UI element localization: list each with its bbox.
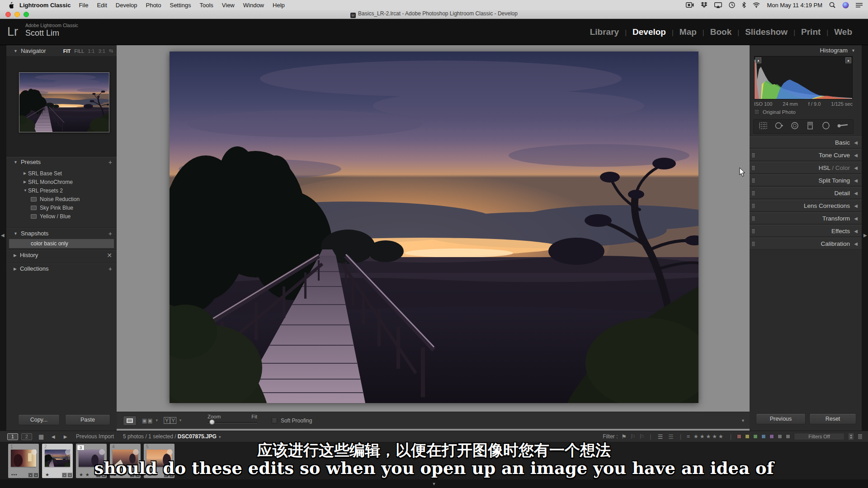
navigator-fit-button[interactable]: FIT [63, 48, 71, 54]
module-book[interactable]: Book [704, 27, 738, 37]
panel-split-toning[interactable]: Split Toning ◀ [750, 174, 862, 186]
edited-filter-icon[interactable]: ☰ [658, 433, 663, 440]
red-eye-tool[interactable] [790, 121, 800, 132]
module-develop[interactable]: Develop [627, 27, 672, 37]
panel-lens-corrections[interactable]: Lens Corrections ◀ [750, 200, 862, 211]
panel-enable-toggle[interactable] [751, 178, 755, 183]
color-label-blue[interactable] [761, 434, 766, 439]
dropbox-icon[interactable] [701, 2, 708, 8]
panel-hsl-color[interactable]: HSL / Color ◀ [750, 162, 862, 174]
crop-badge[interactable]: ▪ [67, 473, 72, 478]
bottom-panel-reveal-strip[interactable]: ▼ [0, 479, 868, 488]
preset-sky-pink-blue[interactable]: Sky Pink Blue [6, 203, 117, 212]
thumbnail-rotate-badge[interactable] [31, 449, 37, 455]
develop-settings-badge[interactable]: ▪ [96, 473, 101, 478]
panel-enable-toggle[interactable] [751, 229, 755, 234]
before-after-view-button[interactable]: 🅈🅈 [164, 418, 177, 424]
crop-badge[interactable]: ▪ [101, 473, 106, 478]
histogram-graph[interactable]: ▲ ▲ [754, 56, 853, 99]
crop-overlay-tool[interactable] [758, 121, 768, 132]
module-print[interactable]: Print [795, 27, 826, 37]
crop-badge[interactable]: ▪ [169, 473, 174, 478]
siri-icon[interactable] [842, 2, 849, 9]
selection-status[interactable]: 5 photos / 1 selected / DSC07875.JPG ▼ [123, 433, 222, 440]
history-header[interactable]: ▶ History ✕ [6, 249, 117, 260]
disclosure-triangle-icon[interactable]: ▼ [14, 231, 18, 236]
notification-center-icon[interactable] [856, 3, 863, 8]
snapshots-header[interactable]: ▼ Snapshots + [6, 228, 117, 239]
filters-enable-toggle[interactable] [858, 434, 863, 440]
bluetooth-icon[interactable] [742, 2, 746, 8]
filmstrip-cell-4[interactable]: 4 ▪▪ ★ ★ [110, 444, 141, 478]
collections-header[interactable]: ▶ Collections + [6, 263, 117, 274]
screen-record-icon[interactable] [686, 2, 694, 8]
panel-calibration[interactable]: Calibration ◀ [750, 238, 862, 249]
panel-expand-chevron-icon[interactable]: ◀ [850, 165, 862, 170]
panel-enable-toggle[interactable] [751, 153, 755, 158]
highlight-clipping-indicator[interactable]: ▲ [845, 57, 851, 63]
preset-group-srl-base-set[interactable]: SRL Base Set [6, 169, 117, 178]
spot-removal-tool[interactable] [774, 121, 784, 132]
panel-tone-curve[interactable]: Tone Curve ◀ [750, 149, 862, 161]
add-collection-button[interactable]: + [108, 265, 112, 272]
panel-enable-toggle[interactable] [751, 241, 755, 247]
preset-noise-reduction[interactable]: Noise Reduction [6, 195, 117, 203]
dropdown-stepper-icon[interactable]: ▲▼ [848, 433, 854, 440]
thumbnail-rotate-badge[interactable] [99, 449, 105, 455]
soft-proofing-checkbox[interactable] [272, 418, 277, 423]
menubar-clock[interactable]: Mon May 11 4:19 PM [767, 2, 822, 9]
module-library[interactable]: Library [584, 27, 625, 37]
navigator-fill-button[interactable]: FILL [74, 48, 84, 54]
stack-count-badge[interactable]: 3 [77, 445, 85, 450]
original-photo-checkbox[interactable] [754, 109, 760, 115]
panel-enable-toggle[interactable] [751, 191, 755, 196]
thumbnail-rotate-badge[interactable] [167, 449, 173, 455]
panel-expand-chevron-icon[interactable]: ◀ [850, 140, 862, 145]
filmstrip-cell-1[interactable]: 1 ▪▪ ••• [8, 444, 39, 478]
panel-enable-toggle[interactable] [751, 165, 755, 171]
menu-develop[interactable]: Develop [116, 2, 137, 9]
panel-expand-chevron-icon[interactable]: ◀ [850, 203, 862, 208]
module-map[interactable]: Map [674, 27, 703, 37]
module-slideshow[interactable]: Slideshow [739, 27, 793, 37]
flag-pick-icon[interactable]: ⚑ [622, 433, 627, 440]
time-machine-icon[interactable] [729, 2, 735, 8]
identity-plate[interactable]: Lr Adobe Lightroom Classic Scott Lim [7, 23, 78, 38]
reset-button[interactable]: Reset [809, 413, 856, 424]
panel-expand-chevron-icon[interactable]: ◀ [850, 191, 862, 196]
filmstrip-cell-5[interactable]: 5 ▪▪ [144, 444, 175, 478]
copy-button[interactable]: Copy... [18, 414, 60, 425]
panel-enable-toggle[interactable] [751, 216, 755, 221]
color-label-custom-2[interactable] [786, 434, 790, 439]
presets-header[interactable]: ▼ Presets + [6, 156, 117, 167]
crop-badge[interactable]: ▪ [135, 473, 140, 478]
left-panel-collapse-arrow[interactable]: ◀ [1, 233, 5, 238]
color-label-red[interactable] [737, 434, 741, 439]
panel-effects[interactable]: Effects ◀ [750, 225, 862, 237]
panel-expand-chevron-icon[interactable]: ◀ [850, 153, 862, 158]
preset-group-srl-monochrome[interactable]: SRL MonoChrome [6, 178, 117, 186]
shadow-clipping-indicator[interactable]: ▲ [755, 57, 761, 63]
develop-settings-badge[interactable]: ▪ [28, 473, 33, 478]
apple-menu-icon[interactable] [8, 2, 14, 9]
grid-view-icon[interactable]: ▦ [38, 433, 44, 440]
clear-history-button[interactable]: ✕ [107, 252, 112, 259]
add-snapshot-button[interactable]: + [108, 230, 112, 237]
unedited-filter-icon[interactable]: ☰ [668, 433, 674, 440]
module-web[interactable]: Web [828, 27, 858, 37]
spotlight-search-icon[interactable] [829, 2, 835, 8]
develop-settings-badge[interactable]: ▪ [164, 473, 169, 478]
chevron-down-icon[interactable]: ▼ [179, 418, 182, 422]
adjustment-brush-tool[interactable] [837, 121, 849, 132]
filters-preset-dropdown[interactable]: Filters Off [794, 433, 844, 440]
star-rating-filter[interactable]: ★★★★★ [693, 433, 725, 440]
flag-reject-icon[interactable]: ⚐ [639, 433, 645, 440]
toolbar-options-chevron[interactable]: ▼ [741, 418, 745, 423]
second-window-button[interactable]: 2 [21, 433, 32, 440]
chevron-down-icon[interactable]: ▼ [155, 418, 159, 422]
preset-group-srl-presets-2[interactable]: SRL Presets 2 [6, 186, 117, 195]
zoom-fit-label[interactable]: Fit [251, 414, 257, 419]
preset-yellow-blue[interactable]: Yellow / Blue [6, 212, 117, 221]
thumbnail-rotate-badge[interactable] [133, 449, 139, 455]
previous-button[interactable]: Previous [756, 413, 806, 424]
